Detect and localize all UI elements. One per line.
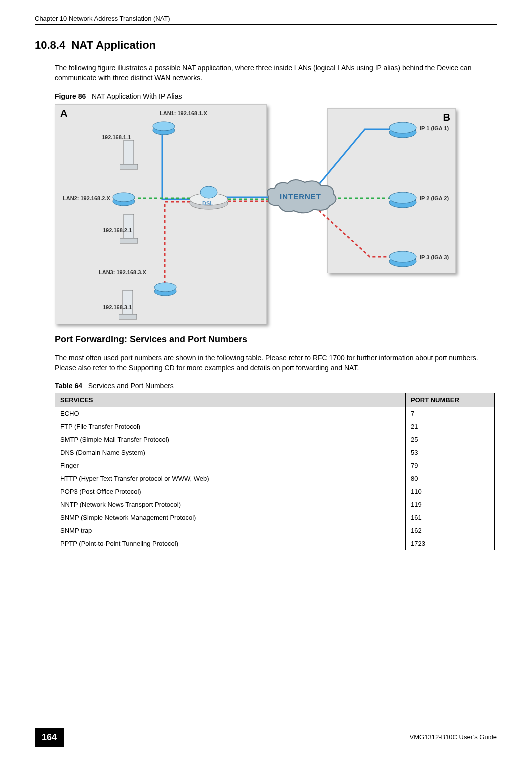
paragraph2: The most often used port numbers are sho…: [55, 353, 497, 374]
ip2-label: IP 2 (IGA 2): [420, 196, 449, 202]
table-row: PPTP (Point-to-Point Tunneling Protocol)…: [56, 538, 495, 550]
svg-point-19: [390, 122, 416, 134]
table-row: SNMP (Simple Network Management Protocol…: [56, 512, 495, 524]
service-cell: POP3 (Post Office Protocol): [56, 486, 406, 498]
internet-label: INTERNET: [280, 192, 322, 201]
table-row: NNTP (Network News Transport Protocol)11…: [56, 498, 495, 512]
svg-point-21: [390, 192, 416, 204]
th-services: SERVICES: [56, 394, 406, 408]
lan1-router-icon: [152, 120, 176, 136]
port-cell: 161: [406, 512, 495, 524]
lan1-net-label: LAN1: 192.168.1.X: [160, 110, 208, 116]
service-cell: NNTP (Network News Transport Protocol): [56, 498, 406, 512]
wan-ip2-router-icon: [389, 190, 417, 208]
service-cell: SNMP trap: [56, 524, 406, 538]
nat-diagram: A B: [55, 104, 460, 324]
port-cell: 53: [406, 446, 495, 460]
table-row: POP3 (Post Office Protocol)110: [56, 486, 495, 498]
svg-rect-5: [124, 140, 134, 164]
svg-point-17: [200, 186, 218, 198]
lan1-host-icon: [120, 140, 138, 170]
service-cell: ECHO: [56, 408, 406, 420]
port-cell: 25: [406, 434, 495, 446]
lan3-net-label: LAN3: 192.168.3.X: [99, 270, 146, 276]
dsl-device-icon: DSL: [189, 186, 229, 210]
port-cell: 79: [406, 460, 495, 472]
table-number: Table 64: [55, 382, 82, 390]
subhead: Port Forwarding: Services and Port Numbe…: [55, 334, 497, 345]
svg-rect-10: [120, 238, 138, 244]
ip1-label: IP 1 (IGA 1): [420, 126, 449, 132]
service-cell: Finger: [56, 460, 406, 472]
th-port: PORT NUMBER: [406, 394, 495, 408]
service-cell: HTTP (Hyper Text Transfer protocol or WW…: [56, 472, 406, 486]
table-row: HTTP (Hyper Text Transfer protocol or WW…: [56, 472, 495, 486]
svg-rect-9: [124, 214, 134, 238]
table-row: SNMP trap162: [56, 524, 495, 538]
figure-caption: NAT Application With IP Alias: [92, 92, 182, 100]
service-cell: SNMP (Simple Network Management Protocol…: [56, 512, 406, 524]
figure-label: Figure 86 NAT Application With IP Alias: [55, 92, 497, 100]
table-row: FTP (File Transfer Protocol)21: [56, 420, 495, 434]
port-cell: 80: [406, 472, 495, 486]
lan3-router-icon: [154, 280, 177, 296]
table-header-row: SERVICES PORT NUMBER: [56, 394, 495, 408]
guide-text: VMG1312-B10C User’s Guide: [410, 728, 497, 741]
port-cell: 110: [406, 486, 495, 498]
wan-ip1-router-icon: [389, 120, 417, 138]
internet-cloud-icon: INTERNET: [264, 178, 339, 218]
svg-point-12: [154, 283, 176, 292]
port-cell: 119: [406, 498, 495, 512]
lan3-host-label: 192.168.3.1: [103, 304, 132, 310]
section-title: 10.8.4 NAT Application: [35, 39, 497, 52]
lan2-host-label: 192.168.2.1: [103, 228, 132, 234]
table-row: Finger79: [56, 460, 495, 472]
lan1-host-label: 192.168.1.1: [102, 134, 131, 140]
section-intro: The following figure illustrates a possi…: [55, 63, 497, 84]
svg-rect-14: [119, 314, 137, 320]
service-cell: FTP (File Transfer Protocol): [56, 420, 406, 434]
port-cell: 21: [406, 420, 495, 434]
section-name: NAT Application: [72, 39, 156, 52]
table-label: Table 64 Services and Port Numbers: [55, 382, 497, 390]
table-row: DNS (Domain Name System)53: [56, 446, 495, 460]
service-cell: DNS (Domain Name System): [56, 446, 406, 460]
dsl-label: DSL: [202, 200, 214, 206]
port-cell: 162: [406, 524, 495, 538]
svg-rect-6: [120, 164, 138, 170]
svg-point-8: [113, 193, 135, 202]
lan2-router-icon: [112, 190, 136, 206]
service-cell: PPTP (Point-to-Point Tunneling Protocol): [56, 538, 406, 550]
ip3-label: IP 3 (IGA 3): [420, 254, 449, 260]
table-caption: Services and Port Numbers: [88, 382, 174, 390]
header-rule: [35, 24, 497, 25]
chapter-header: Chapter 10 Network Address Translation (…: [35, 15, 170, 22]
table-row: ECHO7: [56, 408, 495, 420]
svg-point-23: [390, 252, 416, 262]
svg-point-4: [153, 122, 175, 131]
port-table: SERVICES PORT NUMBER ECHO7FTP (File Tran…: [55, 393, 495, 550]
service-cell: SMTP (Simple Mail Transfer Protocol): [56, 434, 406, 446]
figure-number: Figure 86: [55, 92, 86, 100]
port-cell: 1723: [406, 538, 495, 550]
section-number: 10.8.4: [35, 39, 66, 52]
page-number: 164: [35, 728, 64, 747]
lan2-net-label: LAN2: 192.168.2.X: [63, 196, 110, 202]
table-row: SMTP (Simple Mail Transfer Protocol)25: [56, 434, 495, 446]
svg-rect-13: [123, 290, 133, 314]
wan-ip3-router-icon: [389, 248, 417, 268]
port-cell: 7: [406, 408, 495, 420]
